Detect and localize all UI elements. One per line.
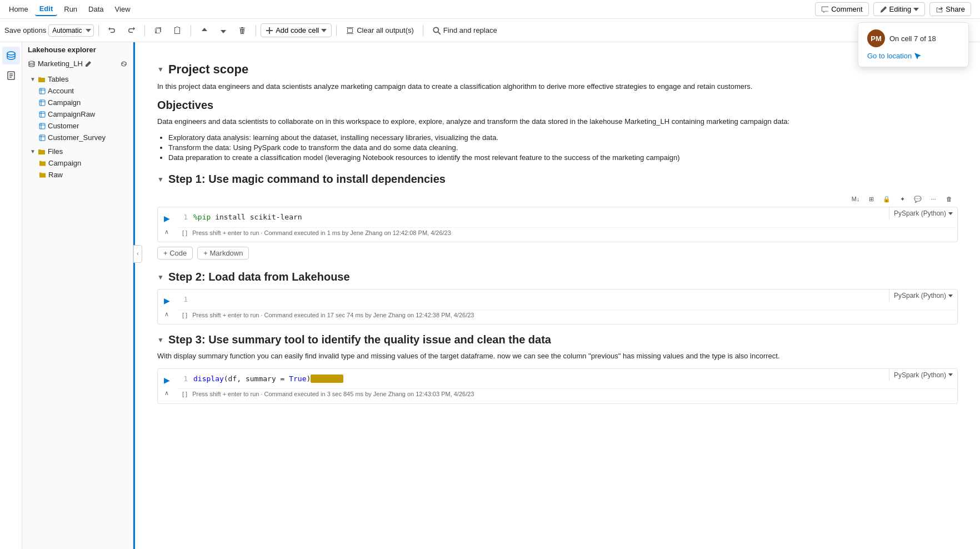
tables-section: ▼ Tables Account Campaign CampaignRaw: [22, 72, 133, 144]
step3-code[interactable]: display(df, summary = True): [191, 369, 889, 389]
step3-run-button[interactable]: ▶: [160, 373, 173, 387]
undo-button[interactable]: [103, 24, 121, 37]
sidebar-item-raw[interactable]: Raw: [22, 169, 133, 181]
paste-cell-button[interactable]: [168, 24, 186, 37]
step3-language-label: PySpark (Python): [894, 371, 946, 379]
cell-more-btn[interactable]: ···: [927, 192, 940, 206]
tables-label: Tables: [48, 75, 69, 83]
file-icon: [6, 71, 16, 81]
step2-code[interactable]: [191, 290, 889, 306]
step3-language[interactable]: PySpark (Python): [889, 369, 957, 381]
paste-icon: [173, 26, 182, 35]
edit-icon-small: [85, 61, 92, 67]
step2-chevron[interactable]: ▼: [157, 273, 164, 281]
share-button[interactable]: Share: [929, 2, 971, 16]
campaignraw-label: CampaignRaw: [48, 110, 95, 118]
step1-add-markdown-btn[interactable]: + Markdown: [197, 247, 249, 259]
step1-chevron[interactable]: ▼: [157, 176, 164, 183]
add-cell-chevron-icon: [321, 29, 327, 32]
cell-star-btn[interactable]: ✦: [896, 192, 909, 206]
objectives-header: Objectives: [157, 99, 958, 112]
sidebar-item-files-campaign[interactable]: Campaign: [22, 157, 133, 169]
popup-cell-info: On cell 7 of 18: [889, 34, 936, 43]
objectives-description: Data engineers and data scientists to co…: [157, 116, 958, 127]
sidebar-content: ▼ Tables Account Campaign CampaignRaw: [22, 70, 133, 549]
save-mode-select[interactable]: Automatic Manual: [48, 24, 94, 37]
step1-run-button[interactable]: ▶: [160, 212, 173, 225]
collapse-sidebar-button[interactable]: ‹: [133, 245, 142, 263]
menu-edit[interactable]: Edit: [35, 2, 58, 16]
move-down-button[interactable]: [214, 24, 232, 37]
step3-chevron[interactable]: ▼: [157, 336, 164, 344]
pip-command: %pip: [193, 213, 211, 221]
step2-language[interactable]: PySpark (Python): [889, 290, 957, 302]
step1-cell: M↓ ⊞ 🔒 ✦ 💬 ··· 🗑 ▶ ∧ 1 %pip install scik…: [157, 191, 958, 262]
sidebar-item-account[interactable]: Account: [22, 85, 133, 97]
lakehouse-explorer-icon-btn[interactable]: [2, 47, 20, 64]
cell-clone-btn[interactable]: ⊞: [864, 192, 878, 206]
editing-button[interactable]: Editing: [873, 2, 926, 16]
cell-delete-btn[interactable]: 🗑: [942, 192, 956, 206]
database-icon: [6, 51, 16, 61]
move-up-button[interactable]: [196, 24, 213, 37]
cell-md-btn[interactable]: M↓: [849, 192, 862, 206]
copy-cell-button[interactable]: [149, 24, 167, 37]
comment-button[interactable]: Comment: [815, 2, 868, 16]
undo-icon: [108, 26, 117, 35]
customersurvey-label: Customer_Survey: [48, 133, 106, 142]
step3-header: ▼ Step 3: Use summary tool to identify t…: [157, 333, 958, 346]
redo-button[interactable]: [122, 24, 140, 37]
add-cell-label: Add code cell: [276, 26, 319, 34]
step1-add-code-btn[interactable]: + Code: [157, 247, 193, 259]
menu-data[interactable]: Data: [84, 3, 108, 16]
db-name: Marketing_LH: [38, 59, 83, 68]
step3-description: With display summary function you can ea…: [157, 351, 958, 362]
menu-view[interactable]: View: [111, 3, 135, 16]
folder-campaign-icon: [39, 159, 46, 167]
delete-cell-button[interactable]: [233, 24, 251, 37]
sidebar: Lakehouse explorer Marketing_LH ▼ Tables…: [22, 42, 133, 549]
tables-group-header[interactable]: ▼ Tables: [22, 73, 133, 85]
files-icon-btn[interactable]: [2, 67, 20, 84]
files-chevron-icon: ▼: [30, 148, 36, 154]
project-scope-chevron[interactable]: ▼: [157, 66, 164, 73]
comment-label: Comment: [831, 5, 862, 13]
cell-comment-btn[interactable]: 💬: [911, 192, 924, 206]
step2-run-button[interactable]: ▶: [160, 294, 173, 307]
step2-collapse-btn[interactable]: ∧: [161, 308, 172, 320]
cell-lock-btn[interactable]: 🔒: [880, 192, 893, 206]
sidebar-item-campaign[interactable]: Campaign: [22, 97, 133, 108]
files-group-header[interactable]: ▼ Files: [22, 146, 133, 157]
step1-code[interactable]: %pip install scikit-learn: [191, 207, 889, 227]
arrow-down-icon: [219, 26, 228, 35]
menu-home[interactable]: Home: [4, 3, 33, 16]
goto-location-button[interactable]: Go to location: [867, 52, 959, 60]
sidebar-item-customer-survey[interactable]: Customer_Survey: [22, 132, 133, 143]
bullet-3: Data preparation to create a classificat…: [168, 153, 958, 162]
svg-rect-20: [39, 135, 45, 141]
toolbar-move-group: [196, 24, 251, 37]
toolbar: Save options Automatic Manual: [0, 19, 980, 42]
menu-run[interactable]: Run: [59, 3, 82, 16]
display-func: display: [193, 375, 224, 383]
find-replace-button[interactable]: Find and replace: [428, 24, 502, 37]
clear-outputs-button[interactable]: Clear all output(s): [341, 24, 418, 37]
sidebar-item-campaignraw[interactable]: CampaignRaw: [22, 108, 133, 120]
files-label: Files: [48, 147, 63, 156]
sidebar-item-customer[interactable]: Customer: [22, 120, 133, 132]
step3-bracket: [ ]: [182, 391, 187, 397]
add-code-cell-button[interactable]: Add code cell: [261, 23, 332, 37]
toolbar-separator-2: [144, 25, 145, 36]
step2-code-area: 1 PySpark (Python): [178, 290, 957, 310]
svg-point-7: [29, 61, 34, 63]
editing-label: Editing: [889, 5, 912, 13]
lakehouse-db-item[interactable]: Marketing_LH: [22, 57, 133, 70]
arrow-up-icon: [200, 26, 209, 35]
step1-collapse-btn[interactable]: ∧: [161, 226, 172, 237]
step1-cell-body: 1 %pip install scikit-learn PySpark (Pyt…: [178, 207, 957, 238]
bullet-1: Exploratory data analysis: learning abou…: [168, 133, 958, 142]
svg-point-0: [433, 27, 438, 32]
step1-language[interactable]: PySpark (Python): [889, 207, 957, 219]
folder-raw-icon: [39, 171, 46, 178]
step3-collapse-btn[interactable]: ∧: [161, 388, 172, 399]
